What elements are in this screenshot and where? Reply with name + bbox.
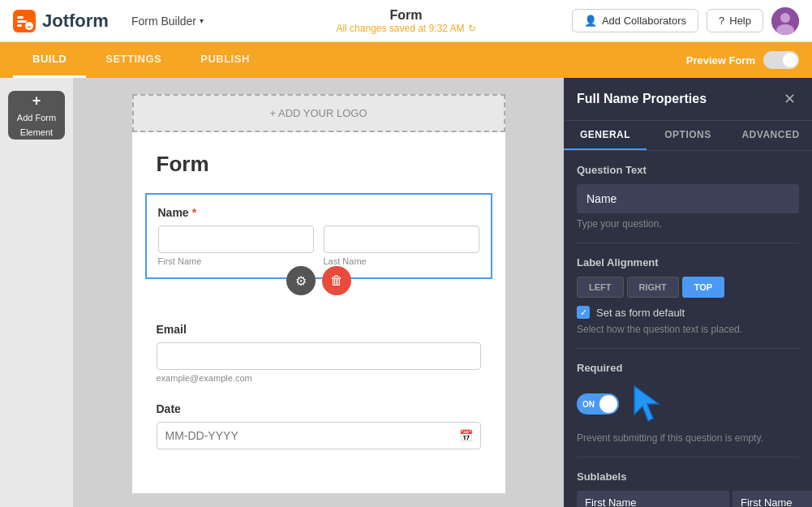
top-nav: + Jotform Form Builder ▾ Form All change…: [0, 0, 812, 42]
refresh-icon: ↻: [468, 23, 476, 34]
email-input[interactable]: [157, 342, 481, 370]
preview-form-label: Preview Form: [686, 54, 755, 67]
question-hint: Type your question.: [577, 218, 799, 230]
last-name-input[interactable]: [324, 226, 479, 253]
cursor-arrow-icon: [630, 382, 671, 423]
align-top-button[interactable]: TOP: [682, 277, 724, 298]
svg-marker-9: [634, 386, 659, 421]
on-text: ON: [582, 400, 595, 409]
add-form-element-line1: Add Form: [17, 113, 56, 123]
sublabel-row-firstname: [577, 491, 799, 507]
add-collaborators-label: Add Collaborators: [602, 15, 686, 27]
panel-header: Full Name Properties ✕: [564, 78, 812, 121]
saved-status-text: All changes saved at 9:32 AM: [336, 23, 464, 34]
sublabel-firstname-col1[interactable]: [577, 491, 729, 507]
question-text-section-label: Question Text: [577, 164, 799, 176]
add-form-element-button[interactable]: + Add Form Element: [8, 91, 65, 140]
avatar[interactable]: [771, 7, 799, 35]
panel-close-button[interactable]: ✕: [780, 89, 799, 109]
preview-area: Preview Form: [686, 51, 799, 69]
add-logo-text: + ADD YOUR LOGO: [269, 107, 367, 119]
tab-settings[interactable]: SETTINGS: [86, 42, 181, 78]
panel-content: Question Text Type your question. Label …: [564, 151, 812, 507]
panel-tab-options[interactable]: OPTIONS: [647, 121, 729, 150]
email-placeholder-hint: example@example.com: [157, 373, 481, 383]
form-builder-label: Form Builder: [131, 15, 196, 28]
add-logo-bar[interactable]: + ADD YOUR LOGO: [132, 94, 505, 132]
center-title: Form All changes saved at 9:32 AM ↻: [336, 8, 475, 34]
field-delete-button[interactable]: 🗑: [322, 266, 351, 295]
panel-title: Full Name Properties: [577, 92, 707, 106]
toggle-knob: [783, 53, 797, 67]
add-form-element-line2: Element: [20, 127, 53, 138]
last-name-wrap: Last Name: [324, 226, 479, 266]
question-text-input[interactable]: [577, 184, 799, 213]
right-panel: Full Name Properties ✕ GENERAL OPTIONS A…: [564, 78, 812, 507]
logo-area: + Jotform: [13, 10, 109, 32]
settings-icon: ⚙: [295, 273, 307, 289]
email-field-label: Email: [157, 323, 481, 336]
align-left-button[interactable]: LEFT: [577, 277, 624, 298]
preview-toggle[interactable]: [763, 51, 799, 69]
jotform-logo-icon: +: [13, 10, 36, 32]
help-button[interactable]: ? Help: [707, 9, 763, 32]
date-field-block: Date 📅: [157, 402, 481, 449]
svg-rect-3: [17, 24, 22, 27]
first-name-input[interactable]: [158, 226, 314, 253]
placement-hint: Select how the question text is placed.: [577, 324, 799, 335]
tab-build[interactable]: BUILD: [13, 42, 86, 78]
cursor-indicator: [630, 382, 671, 426]
section-divider-3: [577, 457, 799, 458]
set-default-label: Set as form default: [596, 307, 685, 319]
avatar-image: [771, 7, 799, 35]
main-area: + Add Form Element + ADD YOUR LOGO Form …: [0, 78, 812, 507]
last-name-sublabel: Last Name: [324, 256, 479, 266]
svg-point-7: [780, 13, 790, 23]
help-label: Help: [729, 15, 751, 27]
required-section-label: Required: [577, 362, 799, 374]
calendar-icon: 📅: [459, 429, 473, 442]
date-input[interactable]: [157, 422, 481, 449]
align-right-button[interactable]: RIGHT: [627, 277, 679, 298]
toggle-knob: [599, 395, 617, 413]
required-star: *: [192, 206, 196, 219]
chevron-down-icon: ▾: [200, 16, 204, 25]
first-name-wrap: First Name: [158, 226, 314, 266]
form-builder-button[interactable]: Form Builder ▾: [125, 11, 210, 31]
form-canvas: + ADD YOUR LOGO Form Name * First Name: [73, 78, 564, 507]
section-divider-1: [577, 243, 799, 243]
panel-tab-advanced[interactable]: ADVANCED: [729, 121, 812, 150]
alignment-buttons: LEFT RIGHT TOP: [577, 277, 799, 298]
left-sidebar: + Add Form Element: [0, 78, 73, 507]
plus-icon: +: [32, 92, 41, 110]
form-title: Form: [157, 152, 481, 177]
name-field-block[interactable]: Name * First Name Last Name ⚙: [145, 193, 492, 279]
field-settings-button[interactable]: ⚙: [286, 266, 316, 295]
alignment-label: Label Alignment: [577, 256, 799, 269]
logo-text: Jotform: [42, 11, 109, 32]
nav-right: 👤 Add Collaborators ? Help: [572, 7, 799, 35]
field-actions: ⚙ 🗑: [286, 266, 351, 295]
required-hint: Prevent submitting if this question is e…: [577, 432, 799, 444]
required-toggle-row: ON: [577, 382, 799, 426]
panel-tab-general[interactable]: GENERAL: [564, 121, 647, 150]
set-default-row: ✓ Set as form default: [577, 306, 799, 319]
alignment-section: Label Alignment LEFT RIGHT TOP ✓ Set as …: [577, 256, 799, 335]
name-field-label: Name *: [158, 206, 479, 219]
panel-tabs: GENERAL OPTIONS ADVANCED: [564, 121, 812, 151]
sublabels-section: Sublabels: [577, 470, 799, 507]
form-container: Form Name * First Name Last Name: [132, 132, 505, 493]
required-toggle[interactable]: ON: [577, 393, 619, 415]
add-collaborators-button[interactable]: 👤 Add Collaborators: [572, 9, 698, 32]
date-input-wrap: 📅: [157, 422, 481, 449]
set-default-checkbox[interactable]: ✓: [577, 306, 590, 319]
email-field-block: Email example@example.com: [157, 323, 481, 383]
name-inputs: First Name Last Name: [158, 226, 479, 266]
first-name-sublabel: First Name: [158, 256, 314, 266]
tab-bar: BUILD SETTINGS PUBLISH Preview Form: [0, 42, 812, 78]
saved-status: All changes saved at 9:32 AM ↻: [336, 23, 475, 34]
tab-publish[interactable]: PUBLISH: [181, 42, 269, 78]
svg-text:+: +: [28, 23, 32, 30]
sublabels-section-label: Sublabels: [577, 470, 799, 483]
sublabel-firstname-col2[interactable]: [733, 491, 812, 507]
